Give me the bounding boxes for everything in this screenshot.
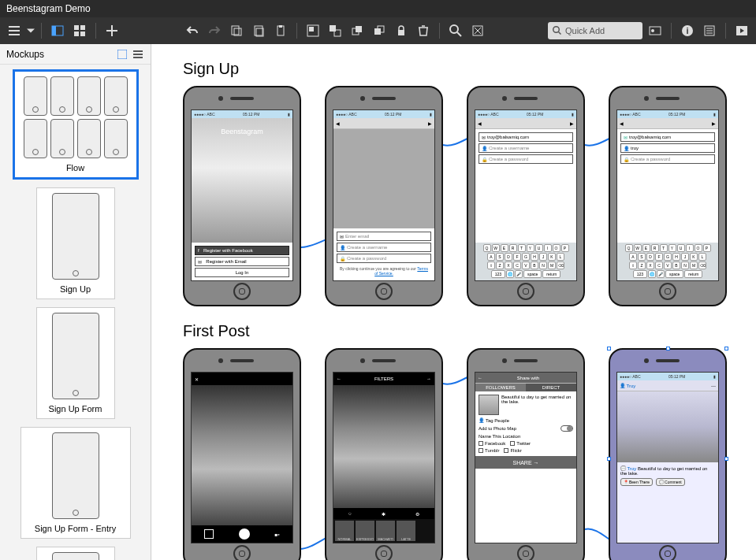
title-bar: Beenstagram Demo xyxy=(0,0,756,17)
menu-icon[interactable] xyxy=(5,21,24,40)
svg-point-21 xyxy=(450,25,458,33)
tag-people[interactable]: 👤 Tag People xyxy=(479,417,573,423)
toggle-navigator-icon[interactable] xyxy=(48,21,67,40)
mock-signup-form[interactable]: ●●●●○ ABC05:12 PM▮ ◀▶ ✉ Enter email 👤 Cr… xyxy=(325,86,443,306)
tab-followers[interactable]: FOLLOWERS xyxy=(475,384,526,391)
section-title-firstpost: First Post xyxy=(183,322,756,340)
thumb-label: Sign Up xyxy=(42,283,110,294)
thumb-label: Flow xyxy=(20,161,132,172)
back-icon[interactable]: ← xyxy=(478,376,482,380)
quick-add-placeholder: Quick Add xyxy=(565,26,605,35)
svg-rect-6 xyxy=(232,26,239,35)
password-input[interactable]: 🔒 Create a password xyxy=(479,154,573,164)
list-view-icon[interactable] xyxy=(132,48,144,61)
username-input[interactable]: 👤 Create a username xyxy=(337,243,431,252)
library-icon[interactable] xyxy=(646,21,665,40)
app-title: Beenstagram Demo xyxy=(6,3,91,14)
mock-signup-form-filled[interactable]: ●●●●○ ABC05:12 PM▮ ◀▶ ✉ troy@balsamiq.co… xyxy=(609,86,727,306)
dropdown-caret-icon[interactable] xyxy=(27,21,35,40)
quick-add-input[interactable]: Quick Add xyxy=(548,22,642,39)
filter-strip[interactable]: NORMALESPRESSOMACHATOLATTE xyxy=(333,519,434,543)
clipboard-icon[interactable] xyxy=(271,21,290,40)
group-icon[interactable] xyxy=(304,21,322,40)
paste-icon[interactable] xyxy=(249,21,268,40)
copy-icon[interactable] xyxy=(227,21,246,40)
name-location[interactable]: Name This Location xyxy=(479,434,573,439)
fullscreen-present-icon[interactable] xyxy=(732,21,751,40)
mock-share[interactable]: ←Share with FOLLOWERSDIRECT Beautiful to… xyxy=(467,348,585,560)
svg-rect-4 xyxy=(74,32,79,36)
svg-rect-3 xyxy=(80,25,85,30)
ungroup-icon[interactable] xyxy=(326,21,344,40)
thumb-signup-form-entry[interactable]: Sign Up Form - Entry xyxy=(20,427,131,539)
feed-user[interactable]: Troy xyxy=(627,384,636,388)
thumb-flow[interactable]: Flow xyxy=(13,69,139,180)
password-input[interactable]: 🔒 Create a password xyxy=(620,154,715,164)
chk-tumblr[interactable]: Tumblr xyxy=(479,448,499,453)
username-input[interactable]: 👤 Create a username xyxy=(479,143,573,153)
email-input[interactable]: ✉ Enter email xyxy=(337,232,431,241)
add-icon[interactable] xyxy=(102,21,121,40)
navigator-sidebar: Mockups Flow Sign Up Sign Up Form xyxy=(0,44,151,560)
lock-icon[interactable] xyxy=(392,21,411,40)
fb-button[interactable]: f Register with Facebook xyxy=(195,246,289,255)
svg-rect-13 xyxy=(309,27,314,32)
chk-flickr[interactable]: Flickr xyxy=(504,448,521,453)
section-title-signup: Sign Up xyxy=(183,60,756,78)
zoom-icon[interactable] xyxy=(446,21,465,40)
thumbnail-list: Flow Sign Up Sign Up Form Sign Up Form -… xyxy=(0,65,151,560)
email-input[interactable]: ✉ troy@balsamiq.com xyxy=(479,132,573,142)
properties-icon[interactable] xyxy=(700,21,719,40)
svg-rect-2 xyxy=(74,25,79,30)
username-input[interactable]: 👤 troy xyxy=(620,143,715,153)
email-input[interactable]: ✉ troy@balsamiq.com xyxy=(620,132,715,142)
markup-toggle-icon[interactable] xyxy=(468,21,487,40)
caption-text[interactable]: Beautiful to day to get married on the l… xyxy=(501,395,573,415)
shutter-button[interactable] xyxy=(239,528,250,540)
undo-icon[interactable] xyxy=(183,21,202,40)
tab-direct[interactable]: DIRECT xyxy=(526,384,576,391)
thumb-more[interactable] xyxy=(36,547,115,560)
svg-rect-17 xyxy=(356,26,362,32)
back-icon[interactable]: ← xyxy=(337,376,341,381)
login-button[interactable]: Log In xyxy=(195,268,289,277)
bring-front-icon[interactable] xyxy=(348,21,367,40)
keyboard: QWERTYUIOPASDFGHJKL⇧ZXCVBNM⌫ 123🌐🎤spacer… xyxy=(475,243,576,280)
map-toggle[interactable] xyxy=(560,425,573,432)
thumb-signup[interactable]: Sign Up xyxy=(36,187,115,299)
mock-filters[interactable]: ← FILTERS → ○✱⚙ NORMALESPRESSOMACHATOLAT… xyxy=(325,348,443,560)
svg-rect-30 xyxy=(117,50,127,59)
svg-rect-20 xyxy=(398,30,404,35)
been-there-button[interactable]: 📍 Been There xyxy=(620,478,653,486)
password-input[interactable]: 🔒 Create a password xyxy=(337,254,431,263)
sidebar-title: Mockups xyxy=(6,49,44,60)
email-button[interactable]: ✉ Register with Email xyxy=(195,257,289,266)
redo-icon[interactable] xyxy=(205,21,224,40)
svg-rect-14 xyxy=(330,25,336,32)
comment-button[interactable]: 💬 Comment xyxy=(656,478,685,486)
mock-camera[interactable]: ✕ ■⁍ xyxy=(183,348,301,560)
chk-twitter[interactable]: Twitter xyxy=(510,441,531,446)
info-icon[interactable]: i xyxy=(678,21,697,40)
next-icon[interactable]: → xyxy=(426,376,431,381)
send-back-icon[interactable] xyxy=(370,21,389,40)
keyboard: QWERTYUIOPASDFGHJKL⇧ZXCVBNM⌫ 123🌐🎤spacer… xyxy=(617,243,718,280)
thumb-signup-form[interactable]: Sign Up Form xyxy=(36,307,115,419)
chk-facebook[interactable]: Facebook xyxy=(479,441,505,446)
mock-signup-form-entry[interactable]: ●●●●○ ABC05:12 PM▮ ◀▶ ✉ troy@balsamiq.co… xyxy=(467,86,585,306)
grid-view-icon[interactable] xyxy=(70,21,89,40)
signup-row: ●●●●○ ABC05:12 PM▮ Beenstagram f Registe… xyxy=(183,86,756,306)
close-icon[interactable]: ✕ xyxy=(195,376,199,382)
video-icon[interactable]: ■⁍ xyxy=(274,532,280,537)
svg-point-23 xyxy=(553,27,560,33)
thumb-label: Sign Up Form xyxy=(42,402,110,414)
thumbnail-view-icon[interactable] xyxy=(116,48,128,61)
share-button[interactable]: SHARE → xyxy=(475,456,576,469)
svg-rect-5 xyxy=(80,32,85,36)
gallery-icon[interactable] xyxy=(204,529,214,539)
canvas[interactable]: Sign Up ●●●●○ ABC05:12 PM▮ Beenstagram f… xyxy=(151,44,756,560)
mock-feed[interactable]: ●●●●○ ABC05:12 PM▮ 👤 Troy⋯ 💬 Troy Beauti… xyxy=(609,348,727,560)
svg-text:i: i xyxy=(686,26,688,35)
mock-signup-splash[interactable]: ●●●●○ ABC05:12 PM▮ Beenstagram f Registe… xyxy=(183,86,301,306)
trash-icon[interactable] xyxy=(414,21,433,40)
